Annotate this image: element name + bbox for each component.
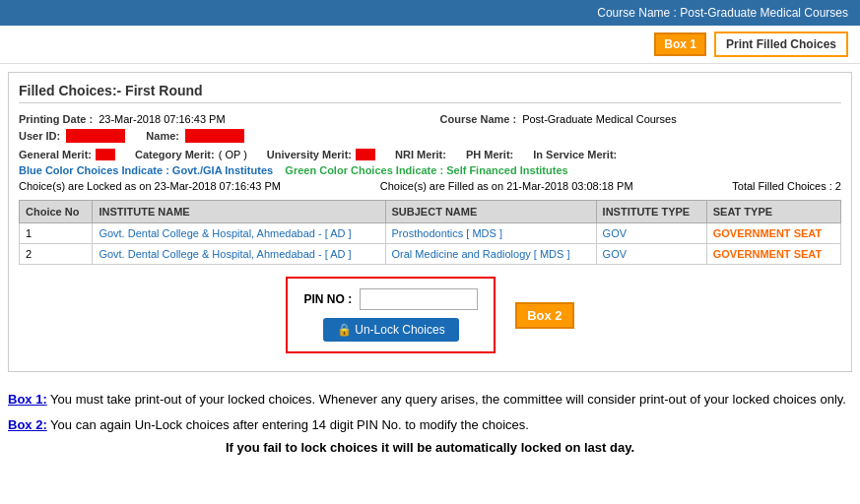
printing-date-label: Printing Date : (19, 113, 93, 125)
university-merit-value (356, 149, 375, 160)
legend-row: Blue Color Choices Indicate : Govt./GIA … (19, 164, 841, 176)
cell-subject-name[interactable]: Prosthodontics [ MDS ] (385, 223, 596, 244)
cell-choice-no: 2 (20, 244, 93, 265)
user-id-row: User ID: Name: (19, 129, 421, 143)
note-warning: If you fail to lock choices it will be a… (8, 440, 852, 455)
course-name-row: Course Name : Post-Graduate Medical Cour… (440, 113, 842, 125)
cell-subject-name[interactable]: Oral Medicine and Radiology [ MDS ] (385, 244, 596, 265)
locked-as-of: Choice(s) are Locked as on 23-Mar-2018 0… (19, 180, 281, 192)
box1-ref: Box 1: (8, 392, 47, 407)
category-merit-label: Category Merit: (135, 149, 215, 160)
printing-date-row: Printing Date : 23-Mar-2018 07:16:43 PM (19, 113, 421, 125)
user-id-value (66, 129, 125, 143)
legend-blue: Blue Color Choices Indicate : Govt./GIA … (19, 164, 273, 176)
cell-institute-name[interactable]: Govt. Dental College & Hospital, Ahmedab… (93, 244, 385, 265)
university-merit-label: University Merit: (267, 149, 352, 160)
cell-choice-no: 1 (20, 223, 93, 244)
box1-label: Box 1 (654, 32, 706, 56)
university-merit-item: University Merit: (267, 149, 375, 160)
col-institute-type: INSTITUTE TYPE (596, 201, 706, 223)
pin-input-row: PIN NO : (303, 288, 478, 310)
general-merit-item: General Merit: (19, 149, 115, 160)
cell-seat-type: GOVERNMENT SEAT (706, 223, 840, 244)
nri-merit-item: NRI Merit: (395, 149, 446, 160)
table-row: 1 Govt. Dental College & Hospital, Ahmed… (20, 223, 841, 244)
pin-section: PIN NO : 🔒 Un-Lock Choices Box 2 (19, 277, 841, 353)
ph-merit-label: PH Merit: (466, 149, 513, 160)
table-row: 2 Govt. Dental College & Hospital, Ahmed… (20, 244, 841, 265)
filled-as-of: Choice(s) are Filled as on 21-Mar-2018 0… (380, 180, 633, 192)
col-choice-no: Choice No (20, 201, 93, 223)
course-name-value: Post-Graduate Medical Courses (522, 113, 677, 125)
user-id-label: User ID: (19, 130, 60, 142)
section-title: Filled Choices:- First Round (19, 83, 841, 103)
choices-table: Choice No INSTITUTE NAME SUBJECT NAME IN… (19, 200, 841, 265)
header-row: Box 1 Print Filled Choices (0, 26, 860, 64)
main-container: Filled Choices:- First Round Printing Da… (8, 72, 852, 372)
pin-box: PIN NO : 🔒 Un-Lock Choices (286, 277, 496, 353)
general-merit-label: General Merit: (19, 149, 92, 160)
unlock-choices-button[interactable]: 🔒 Un-Lock Choices (323, 318, 459, 342)
note-box1: Box 1: You must take print-out of your l… (8, 390, 852, 410)
nri-merit-label: NRI Merit: (395, 149, 446, 160)
general-merit-value (96, 149, 115, 160)
top-bar: Course Name : Post-Graduate Medical Cour… (0, 0, 860, 26)
col-subject-name: SUBJECT NAME (385, 201, 596, 223)
box2-ref: Box 2: (8, 417, 47, 432)
printing-date-value: 23-Mar-2018 07:16:43 PM (99, 113, 225, 125)
course-name-label: Course Name : (440, 113, 517, 125)
category-merit-item: Category Merit: ( OP ) (135, 149, 247, 160)
cell-institute-type: GOV (596, 223, 706, 244)
cell-institute-name[interactable]: Govt. Dental College & Hospital, Ahmedab… (93, 223, 385, 244)
box2-label: Box 2 (515, 302, 573, 329)
info-grid: Printing Date : 23-Mar-2018 07:16:43 PM … (19, 113, 841, 143)
name-label: Name: (146, 130, 179, 142)
col-institute-name: INSTITUTE NAME (93, 201, 385, 223)
cell-seat-type: GOVERNMENT SEAT (706, 244, 840, 265)
total-filled: Total Filled Choices : 2 (732, 180, 841, 192)
cell-institute-type: GOV (596, 244, 706, 265)
table-header-row: Choice No INSTITUTE NAME SUBJECT NAME IN… (20, 201, 841, 223)
in-service-merit-label: In Service Merit: (533, 149, 617, 160)
pin-input[interactable] (360, 288, 478, 310)
note-box2: Box 2: You can again Un-Lock choices aft… (8, 415, 852, 435)
legend-green: Green Color Choices Indicate : Self Fina… (285, 164, 567, 176)
in-service-merit-item: In Service Merit: (533, 149, 617, 160)
col-seat-type: SEAT TYPE (706, 201, 840, 223)
merit-row: General Merit: Category Merit: ( OP ) Un… (19, 149, 841, 160)
print-filled-choices-button[interactable]: Print Filled Choices (714, 32, 848, 57)
pin-label: PIN NO : (303, 292, 352, 306)
notes-section: Box 1: You must take print-out of your l… (0, 380, 860, 455)
category-merit-value: ( OP ) (219, 149, 247, 160)
box1-text: You must take print-out of your locked c… (47, 392, 846, 407)
locked-filled-row: Choice(s) are Locked as on 23-Mar-2018 0… (19, 180, 841, 192)
name-value (185, 129, 244, 143)
course-name-top: Course Name : Post-Graduate Medical Cour… (597, 6, 848, 20)
ph-merit-item: PH Merit: (466, 149, 513, 160)
box2-text: You can again Un-Lock choices after ente… (47, 417, 529, 432)
